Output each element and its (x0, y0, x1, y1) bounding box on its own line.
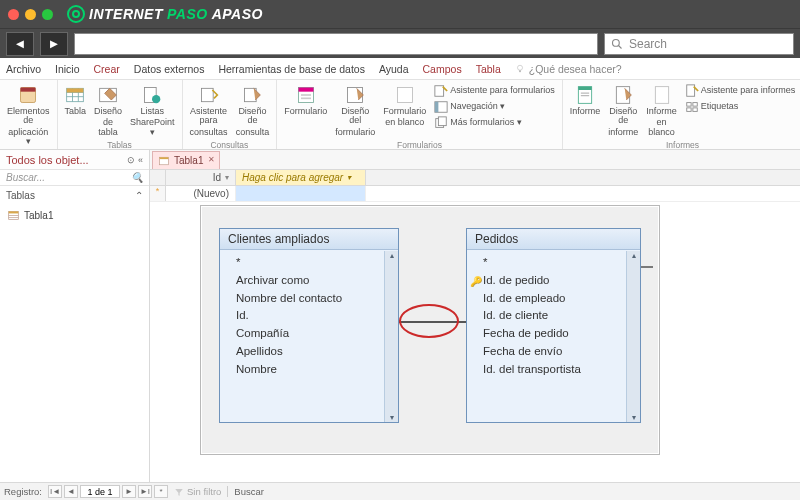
btn-diseno-tabla[interactable]: Diseñode tabla (91, 83, 125, 139)
no-filter-indicator[interactable]: Sin filtro (174, 486, 221, 497)
select-all-cell[interactable] (150, 170, 166, 185)
scroll-up-icon[interactable]: ▴ (390, 251, 394, 260)
window-close-dot[interactable] (8, 9, 19, 20)
chevron-down-icon: ⊙ « (127, 155, 143, 165)
datasheet-new-row[interactable]: * (Nuevo) (150, 186, 800, 202)
svg-rect-53 (160, 157, 169, 159)
svg-point-2 (517, 65, 522, 70)
record-label: Registro: (4, 486, 42, 497)
rel-table-fields: * Archivar como Nombre del contacto Id. … (220, 250, 398, 383)
nav-prev-button[interactable]: ◄ (64, 485, 78, 498)
browser-titlebar: INTERNETPASOAPASO (0, 0, 800, 28)
rel-table-pedidos[interactable]: Pedidos 🔑 * Id. de pedido Id. de emplead… (466, 228, 641, 423)
url-bar[interactable] (74, 33, 598, 55)
navpane-section-header[interactable]: Tablas⌃ (6, 190, 143, 201)
btn-asistente-informes[interactable]: Asistente para informes (682, 83, 799, 99)
rel-field[interactable]: Fecha de pedido (483, 325, 640, 343)
rel-field[interactable]: Apellidos (236, 343, 398, 361)
cell-add-new[interactable] (236, 186, 366, 201)
btn-etiquetas[interactable]: Etiquetas (682, 99, 799, 115)
btn-formulario[interactable]: Formulario (281, 83, 330, 118)
scroll-down-icon[interactable]: ▾ (390, 413, 394, 422)
svg-rect-18 (298, 88, 313, 92)
rel-field[interactable]: * (236, 254, 398, 272)
record-navigator-bar: Registro: I◄ ◄ ► ►I * Sin filtro Buscar (0, 482, 800, 500)
navpane-header[interactable]: Todos los objet... ⊙ « (0, 150, 149, 170)
menu-datos-externos[interactable]: Datos externos (134, 63, 205, 75)
table-object-icon (8, 210, 19, 221)
rel-field[interactable]: Archivar como (236, 272, 398, 290)
btn-elementos-aplicacion[interactable]: Elementos deaplicación ▾ (4, 83, 53, 149)
row-selector[interactable]: * (150, 186, 166, 201)
btn-diseno-formulario[interactable]: Diseño delformulario (332, 83, 378, 139)
rel-table-scrollbar[interactable]: ▴▾ (384, 251, 398, 422)
rel-field[interactable]: Compañía (236, 325, 398, 343)
menu-context-campos[interactable]: Campos (423, 63, 462, 75)
rel-field[interactable]: Fecha de envío (483, 343, 640, 361)
rel-field[interactable]: Nombre (236, 361, 398, 379)
btn-diseno-consulta[interactable]: Diseño deconsulta (233, 83, 273, 139)
tab-close-icon[interactable]: ✕ (208, 155, 215, 164)
svg-line-1 (619, 45, 622, 48)
menu-inicio[interactable]: Inicio (55, 63, 80, 75)
btn-asistente-formularios[interactable]: Asistente para formularios (431, 83, 558, 99)
btn-navegacion[interactable]: Navegación ▾ (431, 99, 558, 115)
cell-id-new[interactable]: (Nuevo) (166, 186, 236, 201)
navpane-item-tabla1[interactable]: Tabla1 (0, 208, 149, 223)
rel-table-scrollbar[interactable]: ▴▾ (626, 251, 640, 422)
column-header-add[interactable]: Haga clic para agregar ▾ (236, 170, 366, 185)
nav-new-button[interactable]: * (154, 485, 168, 498)
scroll-down-icon[interactable]: ▾ (632, 413, 636, 422)
svg-rect-36 (693, 103, 697, 107)
more-forms-icon (434, 116, 448, 130)
btn-informe-blanco[interactable]: Informeen blanco (643, 83, 680, 139)
btn-formulario-blanco[interactable]: Formularioen blanco (380, 83, 429, 130)
btn-asistente-consultas[interactable]: Asistente paraconsultas (187, 83, 231, 139)
nav-forward-button[interactable]: ► (40, 32, 68, 56)
rel-field[interactable]: * (483, 254, 640, 272)
form-design-icon (345, 85, 365, 105)
btn-informe[interactable]: Informe (567, 83, 604, 118)
window-max-dot[interactable] (42, 9, 53, 20)
rel-field[interactable]: Id. de empleado (483, 290, 640, 308)
tell-me-search[interactable]: ¿Qué desea hacer? (515, 63, 622, 75)
window-min-dot[interactable] (25, 9, 36, 20)
navpane-title: Todos los objet... (6, 154, 89, 166)
rel-table-clientes[interactable]: Clientes ampliados * Archivar como Nombr… (219, 228, 399, 423)
btn-listas-sharepoint[interactable]: ListasSharePoint ▾ (127, 83, 178, 139)
document-tab-label: Tabla1 (174, 155, 203, 166)
rel-field[interactable]: Id. del transportista (483, 361, 640, 379)
menu-herramientas-bd[interactable]: Herramientas de base de datos (218, 63, 365, 75)
nav-last-button[interactable]: ►I (138, 485, 152, 498)
relationship-line-stub (641, 266, 653, 268)
menu-context-tabla[interactable]: Tabla (476, 63, 501, 75)
rel-field[interactable]: Id. de pedido (483, 272, 640, 290)
scroll-up-icon[interactable]: ▴ (632, 251, 636, 260)
ribbon-group-informes: Informe Diseño deinforme Informeen blanc… (563, 80, 800, 149)
navpane-search-placeholder: Buscar... (6, 172, 45, 183)
datasheet-header-row: Id▾ Haga clic para agregar ▾ (150, 170, 800, 186)
status-search-box[interactable]: Buscar (227, 486, 264, 497)
menu-archivo[interactable]: Archivo (6, 63, 41, 75)
navpane-search[interactable]: Buscar... 🔍 (0, 170, 149, 186)
btn-mas-formularios[interactable]: Más formularios ▾ (431, 115, 558, 131)
search-placeholder: Search (629, 37, 667, 51)
search-icon: 🔍 (131, 172, 143, 183)
btn-diseno-informe[interactable]: Diseño deinforme (605, 83, 641, 139)
btn-tabla[interactable]: Tabla (62, 83, 90, 118)
ribbon-label-tablas: Tablas (62, 139, 178, 150)
document-tab-tabla1[interactable]: Tabla1 ✕ (152, 151, 220, 169)
nav-next-button[interactable]: ► (122, 485, 136, 498)
nav-first-button[interactable]: I◄ (48, 485, 62, 498)
ribbon-group-tablas: Tabla Diseñode tabla ListasSharePoint ▾ … (58, 80, 183, 149)
column-header-id[interactable]: Id▾ (166, 170, 236, 185)
menu-crear[interactable]: Crear (94, 63, 120, 75)
browser-search-box[interactable]: Search (604, 33, 794, 55)
menu-ayuda[interactable]: Ayuda (379, 63, 409, 75)
rel-field[interactable]: Id. de cliente (483, 307, 640, 325)
rel-field[interactable]: Nombre del contacto (236, 290, 398, 308)
record-position-input[interactable] (80, 485, 120, 498)
rel-field[interactable]: Id. (236, 307, 398, 325)
document-tabstrip: Tabla1 ✕ (150, 150, 800, 170)
nav-back-button[interactable]: ◄ (6, 32, 34, 56)
